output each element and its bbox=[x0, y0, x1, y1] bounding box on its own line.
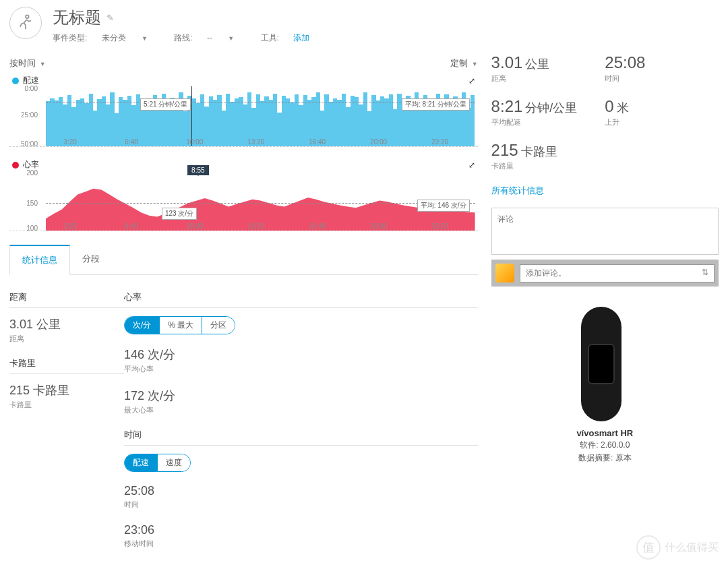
distance-section-title: 距离 bbox=[9, 291, 124, 308]
moving-time-value: 23:06 bbox=[124, 523, 478, 537]
watermark: 值 什么值得买 bbox=[636, 535, 719, 560]
pace-tooltip: 5:21 分钟/公里 bbox=[140, 98, 191, 111]
avg-hr-value: 146 次/分 bbox=[124, 347, 478, 363]
hr-y-axis: 200 150 100 bbox=[9, 171, 42, 231]
max-hr-value: 172 次/分 bbox=[124, 388, 478, 404]
page-title[interactable]: 无标题 bbox=[53, 7, 101, 28]
hr-legend-dot bbox=[12, 162, 19, 169]
summary-calories: 215卡路里 卡路里 bbox=[491, 141, 605, 171]
time-marker: 8:55 bbox=[187, 165, 208, 175]
expand-pace-icon[interactable]: ⤢ bbox=[468, 76, 475, 86]
pill-pct-max[interactable]: % 最大 bbox=[159, 317, 202, 334]
comment-visibility-select[interactable]: 添加评论。⇅ bbox=[520, 264, 715, 282]
pill-zones[interactable]: 分区 bbox=[202, 317, 235, 334]
tab-stats[interactable]: 统计信息 bbox=[9, 245, 70, 275]
customize-charts-selector[interactable]: 定制 ▼ bbox=[450, 57, 478, 69]
time-section-title: 时间 bbox=[124, 429, 478, 446]
x-axis-mode-selector[interactable]: 按时间 ▼ bbox=[9, 57, 46, 69]
device-image bbox=[554, 307, 655, 421]
summary-pace: 8:21分钟/公里 平均配速 bbox=[491, 97, 605, 127]
pace-y-axis: 0:00 25:00 50:00 bbox=[9, 86, 42, 146]
activity-type-icon bbox=[9, 7, 42, 39]
pace-speed-pills: 配速 速度 bbox=[124, 454, 191, 472]
calories-section-title: 卡路里 bbox=[9, 357, 124, 374]
device-name[interactable]: vívosmart HR bbox=[491, 428, 719, 438]
pill-bpm[interactable]: 次/分 bbox=[125, 317, 159, 334]
route-selector[interactable]: 路线: -- ▼ bbox=[174, 33, 246, 42]
hr-tooltip: 123 次/分 bbox=[162, 208, 197, 220]
time-cursor-line bbox=[191, 86, 192, 146]
pace-legend-dot bbox=[12, 78, 19, 84]
event-type-selector[interactable]: 事件类型: 未分类 ▼ bbox=[53, 33, 160, 42]
hr-chart[interactable]: 心率 ⤢ 200 150 100 8:55 123 次/分 平均: 146 次/… bbox=[9, 159, 478, 231]
pill-speed[interactable]: 速度 bbox=[157, 454, 190, 471]
summary-elevation: 0米 上升 bbox=[605, 97, 719, 127]
user-avatar bbox=[495, 264, 514, 282]
comment-textarea[interactable] bbox=[491, 208, 719, 255]
pace-avg-label: 平均: 8:21 分钟/公里 bbox=[402, 98, 470, 111]
tools-label: 工具: 添加 bbox=[261, 33, 310, 42]
distance-value: 3.01 公里 bbox=[9, 316, 124, 332]
hr-avg-label: 平均: 146 次/分 bbox=[417, 200, 470, 212]
add-tool-link[interactable]: 添加 bbox=[293, 33, 309, 42]
pace-chart[interactable]: 配速 ⤢ 0:00 25:00 50:00 5:21 分钟/公里 平均: 8:2… bbox=[9, 75, 478, 147]
all-stats-link[interactable]: 所有统计信息 bbox=[491, 185, 544, 197]
edit-title-icon[interactable]: ✎ bbox=[107, 13, 114, 23]
summary-time: 25:08 时间 bbox=[605, 53, 719, 84]
total-time-value: 25:08 bbox=[124, 484, 478, 498]
pill-pace[interactable]: 配速 bbox=[125, 454, 157, 471]
calories-value: 215 卡路里 bbox=[9, 382, 124, 398]
expand-hr-icon[interactable]: ⤢ bbox=[468, 160, 475, 170]
svg-point-0 bbox=[26, 15, 29, 18]
hr-section-title: 心率 bbox=[124, 291, 478, 308]
summary-distance: 3.01公里 距离 bbox=[491, 53, 605, 84]
tab-segments[interactable]: 分段 bbox=[70, 245, 112, 274]
hr-unit-pills: 次/分 % 最大 分区 bbox=[124, 316, 235, 334]
